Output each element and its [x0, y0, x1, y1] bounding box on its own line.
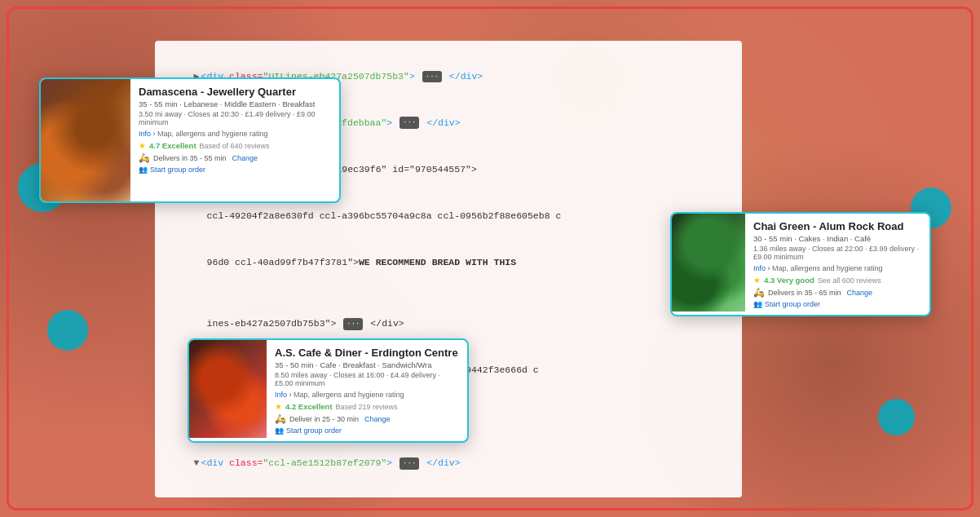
ascafe-rating-count: Based 219 reviews	[336, 403, 398, 411]
chai-food-photo	[672, 214, 745, 312]
ascafe-group-icon: 👥	[275, 426, 284, 435]
damascena-star-icon: ★	[139, 141, 146, 150]
damascena-food-photo	[41, 79, 130, 201]
chai-card[interactable]: Chai Green - Alum Rock Road 30 - 55 min …	[670, 212, 931, 316]
damascena-group-order[interactable]: 👥 Start group order	[139, 166, 331, 174]
damascena-delivery: 🛵 Delivers in 35 - 55 min Change	[139, 152, 331, 163]
code-line-6	[171, 286, 726, 302]
chai-body: Chai Green - Alum Rock Road 30 - 55 min …	[745, 214, 929, 315]
code-line-10: ▼<div class="ccl-a5e1512b87ef2079"> ··· …	[171, 440, 726, 487]
damascena-rating-value: 4.7 Excellent	[149, 141, 196, 150]
ascafe-body: A.S. Cafe & Diner - Erdington Centre 35 …	[267, 340, 467, 441]
damascena-card-inner: Damascena - Jewellery Quarter 35 - 55 mi…	[41, 79, 339, 201]
chai-delivery: 🛵 Delivers in 35 - 65 min Change	[753, 287, 921, 298]
chai-meta: 1.36 miles away · Closes at 22:00 · £3.9…	[753, 245, 921, 261]
ascafe-title: A.S. Cafe & Diner - Erdington Centre	[275, 347, 459, 359]
ascafe-delivery-time: Deliver in 25 - 30 min	[289, 415, 359, 423]
ascafe-delivery: 🛵 Deliver in 25 - 30 min Change	[275, 413, 459, 424]
ascafe-delivery-icon: 🛵	[275, 413, 286, 424]
ascafe-meta: 8.50 miles away · Closes at 16:00 · £4.4…	[275, 371, 459, 387]
ascafe-rating: ★ 4.2 Excellent Based 219 reviews	[275, 402, 459, 411]
ascafe-image	[189, 340, 267, 438]
damascena-rating: ★ 4.7 Excellent Based of 640 reviews	[139, 141, 331, 150]
chai-change-link[interactable]: Change	[847, 289, 873, 297]
damascena-info-link[interactable]: Info › Map, allergens and hygiene rating	[139, 130, 331, 138]
code-line-11: ▼<div class="ccl-a5e1512b87ef2079">	[171, 487, 726, 497]
damascena-subtitle: 35 - 55 min · Lebanese · Middle Eastern …	[139, 99, 331, 108]
chai-image	[672, 214, 745, 312]
damascena-image	[41, 79, 130, 201]
damascena-group-icon: 👥	[139, 166, 148, 174]
chai-rating: ★ 4.3 Very good See all 600 reviews	[753, 276, 921, 285]
chai-star-icon: ★	[753, 276, 761, 285]
chai-delivery-icon: 🛵	[753, 287, 765, 298]
damascena-delivery-time: Delivers in 35 - 55 min	[153, 154, 227, 162]
damascena-meta: 3.50 mi away · Closes at 20:30 · £1.49 d…	[139, 110, 331, 126]
chai-subtitle: 30 - 55 min · Cakes · Indian · Café	[753, 234, 921, 243]
chai-group-order[interactable]: 👥 Start group order	[753, 300, 921, 308]
teal-circle-2	[47, 310, 88, 351]
chai-info-link[interactable]: Info › Map, allergens and hygiene rating	[753, 264, 921, 272]
damascena-body: Damascena - Jewellery Quarter 35 - 55 mi…	[130, 79, 339, 201]
code-line-5: 96d0 ccl-40ad99f7b47f3781">WE RECOMMEND …	[184, 240, 726, 286]
ascafe-card-inner: A.S. Cafe & Diner - Erdington Centre 35 …	[189, 340, 467, 441]
chai-rating-value: 4.3 Very good	[764, 276, 814, 285]
ascafe-rating-value: 4.2 Excellent	[285, 402, 333, 411]
chai-group-icon: 👥	[753, 300, 762, 308]
ascafe-star-icon: ★	[275, 402, 282, 411]
ascafe-food-photo	[189, 340, 267, 438]
damascena-card[interactable]: Damascena - Jewellery Quarter 35 - 55 mi…	[39, 77, 341, 203]
chai-rating-count: See all 600 reviews	[818, 276, 881, 285]
ascafe-subtitle: 35 - 50 min · Cafe · Breakfast · Sandwic…	[275, 360, 459, 369]
damascena-rating-count: Based of 640 reviews	[200, 142, 270, 150]
ascafe-info-link[interactable]: Info › Map, allergens and hygiene rating	[275, 391, 459, 399]
damascena-title: Damascena - Jewellery Quarter	[139, 86, 331, 98]
ascafe-card[interactable]: A.S. Cafe & Diner - Erdington Centre 35 …	[188, 338, 469, 443]
damascena-change-link[interactable]: Change	[232, 154, 258, 162]
chai-delivery-time: Delivers in 35 - 65 min	[768, 289, 841, 297]
chai-title: Chai Green - Alum Rock Road	[753, 220, 921, 232]
chai-card-inner: Chai Green - Alum Rock Road 30 - 55 min …	[672, 214, 929, 315]
ascafe-change-link[interactable]: Change	[364, 415, 391, 423]
damascena-delivery-icon: 🛵	[139, 152, 150, 163]
ascafe-group-order[interactable]: 👥 Start group order	[275, 426, 459, 435]
teal-circle-4	[878, 399, 915, 435]
